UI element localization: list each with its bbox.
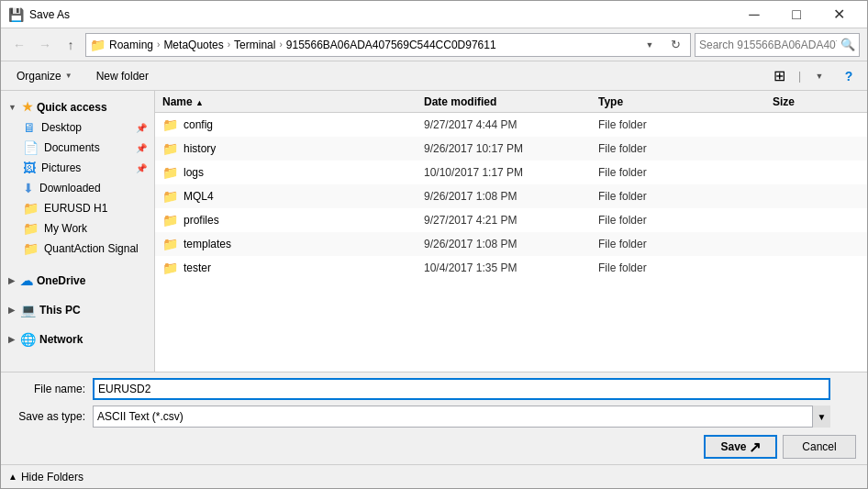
filetype-label: Save as type: bbox=[12, 410, 85, 423]
file-date: 9/27/2017 4:21 PM bbox=[424, 214, 598, 227]
sidebar-item-documents[interactable]: 📄 Documents 📌 bbox=[1, 138, 154, 158]
help-button[interactable]: ? bbox=[838, 65, 860, 87]
breadcrumb-hash[interactable]: 915566BA06ADA407569C544CC0D97611 bbox=[286, 39, 496, 51]
cancel-label: Cancel bbox=[802, 440, 836, 453]
col-date-header[interactable]: Date modified bbox=[424, 95, 598, 108]
col-name-header[interactable]: Name ▲ bbox=[162, 95, 424, 108]
hide-folders-bar[interactable]: ▲ Hide Folders bbox=[1, 464, 867, 488]
mywork-folder-icon: 📁 bbox=[23, 221, 39, 236]
file-type: File folder bbox=[598, 238, 773, 250]
view-dropdown-button[interactable]: ▼ bbox=[808, 65, 830, 87]
folder-icon: 📁 bbox=[162, 213, 178, 228]
table-row[interactable]: 📁 templates 9/26/2017 1:08 PM File folde… bbox=[155, 232, 867, 256]
sidebar-item-desktop[interactable]: 🖥 Desktop 📌 bbox=[1, 117, 154, 138]
cursor-icon: ↗ bbox=[749, 439, 761, 456]
quantaction-folder-icon: 📁 bbox=[23, 241, 39, 256]
hide-folders-label: Hide Folders bbox=[21, 471, 83, 483]
action-bar: Organize ▼ New folder ⊞ | ▼ ? bbox=[1, 61, 867, 91]
breadcrumb-metaquotes[interactable]: MetaQuotes bbox=[163, 39, 223, 51]
minimize-button[interactable]: ─ bbox=[733, 1, 775, 28]
table-row[interactable]: 📁 history 9/26/2017 10:17 PM File folder bbox=[155, 137, 867, 161]
filetype-select[interactable]: ASCII Text (*.csv) bbox=[93, 406, 830, 428]
table-row[interactable]: 📁 profiles 9/27/2017 4:21 PM File folder bbox=[155, 208, 867, 232]
close-button[interactable]: ✕ bbox=[818, 1, 860, 28]
table-row[interactable]: 📁 tester 10/4/2017 1:35 PM File folder bbox=[155, 256, 867, 280]
col-type-label: Type bbox=[598, 95, 623, 108]
network-icon: 🌐 bbox=[20, 332, 36, 347]
filetype-select-wrapper: ASCII Text (*.csv) ▼ bbox=[93, 406, 830, 428]
folder-icon-address: 📁 bbox=[90, 38, 106, 52]
folder-icon: 📁 bbox=[162, 189, 178, 204]
table-row[interactable]: 📁 config 9/27/2017 4:44 PM File folder bbox=[155, 113, 867, 137]
view-separator: | bbox=[798, 70, 801, 83]
address-toolbar: ← → ↑ 📁 Roaming › MetaQuotes › Terminal … bbox=[1, 28, 867, 61]
col-name-label: Name bbox=[162, 95, 193, 108]
title-bar-controls: ─ □ ✕ bbox=[733, 1, 860, 28]
file-date: 9/26/2017 1:08 PM bbox=[424, 238, 598, 250]
hide-folders-arrow: ▲ bbox=[8, 472, 17, 482]
new-folder-button[interactable]: New folder bbox=[88, 65, 157, 87]
sidebar-item-downloaded[interactable]: ⬇ Downloaded bbox=[1, 178, 154, 198]
address-bar[interactable]: 📁 Roaming › MetaQuotes › Terminal › 9155… bbox=[85, 33, 691, 57]
quick-access-star-icon: ★ bbox=[22, 100, 33, 114]
file-date: 9/26/2017 10:17 PM bbox=[424, 142, 598, 155]
sort-arrow: ▲ bbox=[195, 98, 204, 107]
search-icon: 🔍 bbox=[840, 38, 855, 51]
save-as-dialog: 💾 Save As ─ □ ✕ ← → ↑ 📁 Roaming › MetaQu… bbox=[0, 0, 868, 489]
search-box[interactable]: 🔍 bbox=[695, 33, 860, 57]
save-button[interactable]: Save ↗ bbox=[704, 435, 777, 459]
address-dropdown-button[interactable]: ▼ bbox=[639, 34, 661, 56]
folder-icon: 📁 bbox=[162, 237, 178, 251]
thispc-section: ▶ 💻 This PC bbox=[1, 297, 154, 323]
file-name-text: tester bbox=[184, 261, 211, 274]
file-date: 10/10/2017 1:17 PM bbox=[424, 166, 598, 179]
file-type: File folder bbox=[598, 166, 773, 179]
sidebar-downloaded-label: Downloaded bbox=[39, 182, 101, 194]
breadcrumb-roaming[interactable]: Roaming bbox=[109, 39, 153, 51]
file-name-text: history bbox=[184, 142, 216, 155]
desktop-pin-icon: 📌 bbox=[136, 123, 147, 133]
col-type-header[interactable]: Type bbox=[598, 95, 773, 108]
quick-access-header[interactable]: ▼ ★ Quick access bbox=[1, 96, 154, 117]
breadcrumb: Roaming › MetaQuotes › Terminal › 915566… bbox=[109, 39, 635, 51]
organize-dropdown-arrow: ▼ bbox=[65, 72, 72, 80]
col-size-header[interactable]: Size bbox=[773, 95, 860, 108]
file-date: 9/26/2017 1:08 PM bbox=[424, 190, 598, 203]
forward-button[interactable]: → bbox=[34, 34, 56, 56]
thispc-item[interactable]: ▶ 💻 This PC bbox=[1, 299, 154, 321]
sidebar-item-mywork[interactable]: 📁 My Work bbox=[1, 218, 154, 239]
back-button[interactable]: ← bbox=[8, 34, 30, 56]
sidebar-item-eurusd[interactable]: 📁 EURUSD H1 bbox=[1, 198, 154, 218]
organize-button[interactable]: Organize ▼ bbox=[8, 65, 81, 87]
file-list-header: Name ▲ Date modified Type Size bbox=[155, 91, 867, 113]
file-type: File folder bbox=[598, 261, 773, 274]
network-item[interactable]: ▶ 🌐 Network bbox=[1, 328, 154, 350]
sidebar-item-quantaction[interactable]: 📁 QuantAction Signal bbox=[1, 239, 154, 259]
quick-access-label: Quick access bbox=[37, 101, 107, 114]
quick-access-section: ▼ ★ Quick access 🖥 Desktop 📌 📄 Documents… bbox=[1, 94, 154, 261]
maximize-button[interactable]: □ bbox=[775, 1, 818, 28]
up-button[interactable]: ↑ bbox=[60, 34, 82, 56]
filename-input[interactable] bbox=[93, 378, 830, 400]
onedrive-section: ▶ ☁ OneDrive bbox=[1, 268, 154, 294]
view-options-button[interactable]: ⊞ bbox=[769, 65, 791, 87]
file-type: File folder bbox=[598, 118, 773, 131]
table-row[interactable]: 📁 MQL4 9/26/2017 1:08 PM File folder bbox=[155, 184, 867, 208]
documents-pin-icon: 📌 bbox=[136, 143, 147, 153]
search-input[interactable] bbox=[699, 39, 837, 51]
sidebar-item-pictures[interactable]: 🖼 Pictures 📌 bbox=[1, 158, 154, 178]
file-name-text: profiles bbox=[184, 214, 219, 227]
main-content: ▼ ★ Quick access 🖥 Desktop 📌 📄 Documents… bbox=[1, 91, 867, 372]
network-expand: ▶ bbox=[8, 335, 15, 344]
title-bar-left: 💾 Save As bbox=[8, 7, 70, 22]
file-type: File folder bbox=[598, 142, 773, 155]
cancel-button[interactable]: Cancel bbox=[783, 435, 856, 459]
refresh-button[interactable]: ↻ bbox=[664, 34, 686, 56]
bottom-bar: File name: Save as type: ASCII Text (*.c… bbox=[1, 372, 867, 464]
table-row[interactable]: 📁 logs 10/10/2017 1:17 PM File folder bbox=[155, 161, 867, 184]
file-type: File folder bbox=[598, 190, 773, 203]
folder-icon: 📁 bbox=[162, 141, 178, 156]
onedrive-item[interactable]: ▶ ☁ OneDrive bbox=[1, 270, 154, 292]
breadcrumb-terminal[interactable]: Terminal bbox=[234, 39, 275, 51]
sidebar-eurusd-label: EURUSD H1 bbox=[44, 202, 107, 215]
